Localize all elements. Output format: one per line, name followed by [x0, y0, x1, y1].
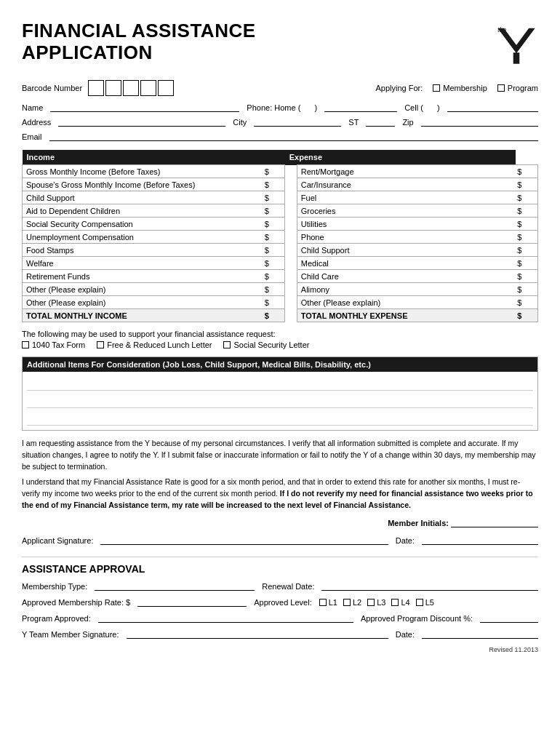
expense-dollar-cell: $: [516, 309, 537, 322]
divider-cell: [285, 244, 297, 257]
level-l1[interactable]: L1: [319, 598, 337, 607]
section-divider: [22, 557, 538, 557]
program-checkbox[interactable]: [497, 84, 505, 92]
program-checkbox-item[interactable]: Program: [497, 84, 538, 92]
divider-cell: [285, 296, 297, 309]
income-label-cell: Gross Monthly Income (Before Taxes): [23, 165, 263, 178]
barcode-box-3[interactable]: [123, 80, 139, 96]
expense-dollar-cell: $: [516, 178, 537, 191]
divider-cell: [285, 178, 297, 191]
support-docs-prefix: The following may be used to support you…: [22, 330, 538, 338]
additional-items-box: Additional Items For Consideration (Job …: [22, 356, 538, 431]
phone-home-label: Phone: Home (: [247, 103, 300, 112]
l1-checkbox[interactable]: [319, 599, 327, 606]
additional-line-3[interactable]: [27, 410, 533, 426]
expense-label-cell: Phone: [297, 231, 516, 244]
sig-date-label: Date:: [396, 536, 415, 545]
expense-dollar-cell: $: [516, 218, 537, 231]
y-team-sig-row: Y Team Member Signature: Date:: [22, 629, 538, 639]
zip-field[interactable]: [421, 116, 538, 127]
member-initials-field[interactable]: [451, 517, 538, 527]
income-dollar-cell: $: [263, 165, 285, 178]
divider-cell: [285, 257, 297, 270]
barcode-box-5[interactable]: [158, 80, 174, 96]
income-dollar-cell: $: [263, 178, 285, 191]
barcode-section: Barcode Number: [22, 80, 174, 96]
additional-box-header: Additional Items For Consideration (Job …: [23, 357, 537, 372]
income-header: Income: [23, 150, 285, 165]
y-team-date-field[interactable]: [422, 629, 538, 639]
cell-field[interactable]: [447, 102, 538, 112]
approved-discount-label: Approved Program Discount %:: [361, 614, 473, 623]
level-l4[interactable]: L4: [391, 598, 409, 607]
barcode-box-1[interactable]: [88, 80, 104, 96]
l1-label: L1: [329, 598, 337, 607]
lunch-letter-item[interactable]: Free & Reduced Lunch Letter: [97, 340, 212, 349]
ss-letter-checkbox[interactable]: [223, 341, 231, 348]
address-label: Address: [22, 118, 51, 127]
income-label-cell: Child Support: [23, 191, 263, 204]
divider-cell: [285, 204, 297, 218]
renewal-date-label: Renewal Date:: [262, 582, 314, 591]
legal-text: I am requesting assistance from the Y be…: [22, 438, 538, 511]
tax-form-checkbox[interactable]: [22, 341, 29, 348]
additional-box-content: [23, 372, 537, 430]
approved-discount-field[interactable]: [480, 613, 538, 623]
expense-header: Expense: [285, 150, 516, 165]
ss-letter-item[interactable]: Social Security Letter: [223, 340, 309, 349]
level-l2[interactable]: L2: [343, 598, 361, 607]
l4-checkbox[interactable]: [391, 599, 399, 606]
l2-checkbox[interactable]: [343, 599, 351, 606]
income-dollar-cell: $: [263, 296, 285, 309]
phone-home-field[interactable]: [324, 102, 397, 112]
barcode-box-4[interactable]: [140, 80, 156, 96]
expense-dollar-cell: $: [516, 257, 537, 270]
st-field[interactable]: [366, 116, 395, 127]
approved-rate-field[interactable]: [137, 597, 247, 607]
expense-dollar-cell: $: [516, 244, 537, 257]
y-team-sig-field[interactable]: [127, 629, 388, 639]
sig-date-field[interactable]: [422, 535, 538, 545]
program-approved-field[interactable]: [98, 613, 353, 623]
level-l5[interactable]: L5: [416, 598, 434, 607]
barcode-box-2[interactable]: [105, 80, 121, 96]
divider-cell: [285, 283, 297, 296]
income-dollar-cell: $: [263, 204, 285, 218]
zip-label: Zip: [402, 118, 413, 127]
lunch-letter-label: Free & Reduced Lunch Letter: [107, 340, 212, 349]
income-label-cell: Other (Please explain): [23, 283, 263, 296]
applicant-sig-field[interactable]: [100, 535, 388, 545]
expense-label-cell: TOTAL MONTHLY EXPENSE: [297, 309, 516, 322]
y-team-label: Y Team Member Signature:: [22, 630, 119, 639]
expense-label-cell: Rent/Mortgage: [297, 165, 516, 178]
membership-checkbox-item[interactable]: Membership: [433, 84, 487, 92]
approved-rate-row: Approved Membership Rate: $ Approved Lev…: [22, 597, 538, 607]
lunch-letter-checkbox[interactable]: [97, 341, 104, 348]
expense-dollar-cell: $: [516, 204, 537, 218]
divider-cell: [285, 231, 297, 244]
address-field[interactable]: [58, 116, 225, 127]
membership-type-field[interactable]: [95, 581, 255, 591]
email-row: Email: [22, 131, 538, 141]
tax-form-item[interactable]: 1040 Tax Form: [22, 340, 85, 349]
additional-line-1[interactable]: [27, 375, 533, 391]
renewal-date-field[interactable]: [321, 581, 538, 591]
expense-dollar-cell: $: [516, 165, 537, 178]
email-field[interactable]: [49, 131, 538, 141]
city-field[interactable]: [254, 116, 341, 127]
svg-marker-1: [497, 28, 535, 53]
membership-checkbox[interactable]: [433, 84, 440, 92]
level-l3[interactable]: L3: [367, 598, 385, 607]
additional-line-2[interactable]: [27, 392, 533, 408]
income-label-cell: Social Security Compensation: [23, 218, 263, 231]
svg-rect-2: [513, 52, 520, 63]
support-docs-section: The following may be used to support you…: [22, 330, 538, 349]
l3-label: L3: [377, 598, 385, 607]
expense-label-cell: Groceries: [297, 204, 516, 218]
l3-checkbox[interactable]: [367, 599, 375, 606]
l5-checkbox[interactable]: [416, 599, 423, 606]
name-field[interactable]: [50, 102, 239, 112]
divider-cell: [285, 218, 297, 231]
expense-dollar-cell: $: [516, 191, 537, 204]
divider-cell: [285, 309, 297, 322]
